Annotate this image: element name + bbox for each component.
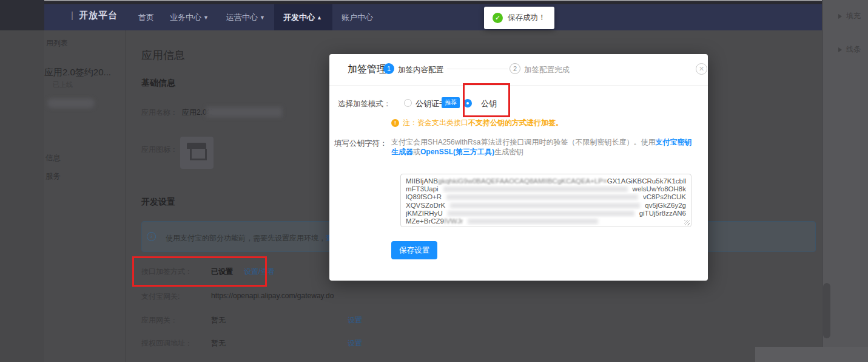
app-id-redacted bbox=[47, 98, 95, 108]
storefront-icon bbox=[187, 143, 206, 149]
triangle-right-icon bbox=[838, 47, 842, 52]
triangle-right-icon bbox=[838, 14, 842, 19]
tool-fill-control[interactable]: 填充 bbox=[838, 11, 861, 21]
openssl-link[interactable]: OpenSSL(第三方工具) bbox=[420, 148, 494, 156]
app-icon-label: 应用图标： bbox=[141, 145, 178, 155]
public-key-textarea[interactable]: MIIBIjANBgkqhkiG9w0BAQEFAAOCAQ8AMIIBCgKC… bbox=[400, 174, 691, 227]
toast-message: 保存成功！ bbox=[508, 13, 546, 23]
step-1-label: 加签内容配置 bbox=[398, 65, 443, 75]
sidebar-back-to-app-list[interactable]: 用列表 bbox=[46, 38, 68, 49]
section-basic-info: 基础信息 bbox=[141, 78, 175, 89]
chevron-down-icon: ▼ bbox=[260, 15, 265, 21]
top-navbar bbox=[44, 4, 822, 30]
modal-header-divider bbox=[329, 85, 708, 86]
nav-item-business[interactable]: 业务中心▼ bbox=[170, 12, 209, 23]
redacted-key-segment bbox=[450, 203, 640, 208]
nav-item-home[interactable]: 首页 bbox=[138, 12, 154, 23]
banner-text: 使用支付宝的部分功能前，需要先设置应用环境，查看如 bbox=[166, 233, 348, 244]
warning-icon: ! bbox=[391, 119, 399, 127]
step-1-circle: 1 bbox=[383, 63, 394, 74]
scrollbar-thumb[interactable] bbox=[823, 283, 830, 338]
radio-public-key-cert[interactable] bbox=[404, 99, 412, 107]
sign-management-modal bbox=[329, 54, 708, 281]
page-right-edge bbox=[822, 0, 823, 362]
success-check-icon: ✓ bbox=[493, 13, 503, 23]
row-app-gateway-value: 暂无 bbox=[211, 315, 226, 326]
app-name-label: 应用名称： bbox=[141, 108, 178, 118]
textarea-resize-handle[interactable] bbox=[684, 220, 690, 225]
save-settings-button[interactable]: 保存设置 bbox=[391, 241, 437, 259]
sign-mode-label: 选择加签模式： bbox=[338, 99, 391, 109]
row-callback-label: 授权回调地址： bbox=[141, 338, 192, 349]
redacted-key-segment bbox=[468, 219, 598, 224]
tool-dim-left-top bbox=[0, 0, 44, 30]
modal-title: 加签管理 bbox=[348, 63, 386, 76]
app-icon-image bbox=[180, 137, 214, 169]
row-callback-set-link[interactable]: 设置 bbox=[348, 338, 362, 349]
chevron-up-icon: ▲ bbox=[317, 15, 322, 21]
nav-item-dev-center[interactable]: 开发中心▲ bbox=[283, 12, 322, 23]
step-2-circle: 2 bbox=[510, 63, 520, 74]
brand-text: 开放平台 bbox=[79, 10, 118, 20]
row-gateway-label: 支付宝网关: bbox=[141, 292, 180, 302]
row-gateway-value: https://openapi.alipay.com/gateway.do bbox=[211, 292, 334, 300]
recommended-badge: 推荐 bbox=[442, 97, 460, 108]
sidebar-item-service[interactable]: 服务 bbox=[45, 171, 61, 182]
app-status-badge: 已上线 bbox=[53, 80, 73, 89]
public-key-label: 填写公钥字符： bbox=[334, 138, 388, 149]
redacted-key-segment bbox=[446, 194, 638, 200]
screen: |开放平台 首页 业务中心▼ 运营中心▼ 开发中心▲ 账户中心 用列表 应用2.… bbox=[0, 0, 868, 362]
fund-note: ! 注：资金支出类接口不支持公钥的方式进行加签。 bbox=[391, 118, 563, 128]
step-2-label: 加签配置完成 bbox=[524, 65, 570, 75]
row-app-gateway-set-link[interactable]: 设置 bbox=[348, 315, 362, 326]
info-icon: i bbox=[147, 232, 156, 241]
app-name-redacted bbox=[206, 107, 282, 117]
annotation-box-sign-method bbox=[132, 256, 267, 287]
step-connector-line bbox=[447, 69, 508, 69]
brand-logo: |开放平台 bbox=[71, 10, 118, 21]
sidebar-app-name: 应用2.0签约20... bbox=[44, 67, 111, 78]
nav-item-account[interactable]: 账户中心 bbox=[341, 12, 373, 23]
nav-item-operation[interactable]: 运营中心▼ bbox=[226, 12, 265, 23]
page-title: 应用信息 bbox=[141, 48, 185, 63]
sidebar-item-info[interactable]: 信息 bbox=[45, 153, 61, 163]
chevron-down-icon: ▼ bbox=[203, 15, 209, 21]
redacted-key-segment bbox=[448, 211, 634, 216]
annotation-box-public-key bbox=[463, 83, 510, 117]
row-callback-value: 暂无 bbox=[211, 338, 226, 349]
brand-divider: | bbox=[71, 10, 74, 20]
tool-bottom-right-box bbox=[755, 347, 868, 362]
tool-line-control[interactable]: 线条 bbox=[838, 44, 861, 55]
tool-dim-left bbox=[0, 30, 44, 362]
close-icon[interactable]: ✕ bbox=[696, 63, 707, 75]
public-key-description: 支付宝会用SHA256withRsa算法进行接口调用时的验签（不限制密钥长度）。… bbox=[391, 137, 693, 157]
redacted-key-segment bbox=[443, 186, 628, 192]
sidebar-divider bbox=[126, 30, 126, 362]
save-success-toast: ✓ 保存成功！ bbox=[484, 7, 554, 29]
section-dev-settings: 开发设置 bbox=[141, 197, 175, 208]
row-app-gateway-label: 应用网关： bbox=[141, 315, 178, 326]
